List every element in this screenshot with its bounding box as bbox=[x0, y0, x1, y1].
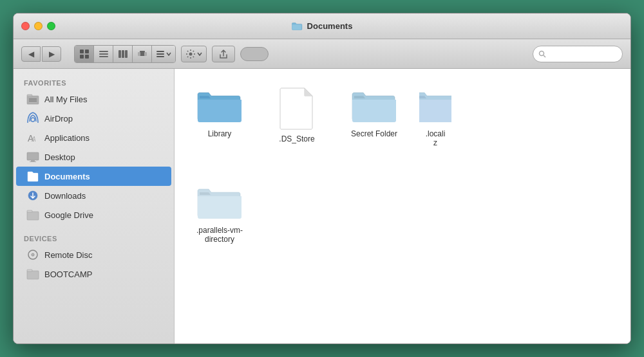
airdrop-label: AirDrop bbox=[44, 114, 73, 124]
applications-icon: A A bbox=[26, 131, 39, 144]
svg-text:A: A bbox=[31, 136, 36, 143]
view-options-button[interactable] bbox=[152, 46, 175, 62]
google-drive-label: Google Drive bbox=[44, 210, 93, 220]
sidebar-item-bootcamp[interactable]: BOOTCAMP bbox=[16, 264, 171, 284]
svg-rect-11 bbox=[138, 52, 140, 56]
all-my-files-label: All My Files bbox=[44, 95, 87, 104]
coverflow-view-button[interactable] bbox=[133, 46, 152, 62]
toggle-button[interactable] bbox=[240, 47, 269, 61]
svg-rect-19 bbox=[27, 96, 39, 104]
svg-rect-2 bbox=[80, 55, 84, 59]
toolbar: ◀ ▶ bbox=[14, 39, 630, 69]
svg-point-34 bbox=[32, 254, 33, 255]
svg-rect-20 bbox=[27, 95, 32, 96]
title-folder-icon bbox=[292, 21, 303, 32]
parallels-name: .parallels-vm-directory bbox=[193, 226, 247, 244]
view-controls bbox=[74, 45, 176, 63]
close-button[interactable] bbox=[21, 22, 30, 30]
folder-parallels-icon bbox=[196, 183, 243, 222]
finder-window: Documents ◀ ▶ bbox=[13, 13, 631, 344]
main-area: FAVORITES All My Files bbox=[14, 69, 630, 343]
svg-rect-13 bbox=[156, 51, 164, 52]
columns-icon bbox=[118, 49, 128, 59]
remote-disc-label: Remote Disc bbox=[44, 250, 92, 260]
list-view-button[interactable] bbox=[94, 46, 113, 62]
svg-rect-9 bbox=[125, 50, 128, 58]
maximize-button[interactable] bbox=[47, 22, 55, 30]
svg-rect-30 bbox=[27, 212, 39, 220]
svg-rect-3 bbox=[85, 55, 89, 59]
svg-rect-5 bbox=[99, 53, 108, 55]
svg-rect-8 bbox=[122, 50, 124, 58]
svg-rect-26 bbox=[27, 152, 39, 160]
svg-rect-10 bbox=[140, 51, 145, 56]
svg-rect-12 bbox=[144, 52, 147, 56]
svg-line-18 bbox=[544, 55, 545, 57]
svg-rect-31 bbox=[27, 210, 32, 212]
file-item-ds-store[interactable]: .DS_Store bbox=[265, 82, 329, 152]
file-item-secret-folder[interactable]: Secret Folder bbox=[342, 82, 406, 152]
sidebar-item-documents[interactable]: Documents bbox=[16, 167, 171, 186]
downloads-icon bbox=[26, 189, 39, 202]
svg-rect-14 bbox=[156, 53, 164, 55]
svg-rect-0 bbox=[80, 50, 84, 53]
column-view-button[interactable] bbox=[113, 46, 133, 62]
svg-rect-15 bbox=[156, 56, 164, 57]
svg-point-23 bbox=[31, 118, 35, 122]
svg-rect-36 bbox=[27, 270, 32, 271]
sidebar-item-remote-disc[interactable]: Remote Disc bbox=[16, 245, 171, 264]
titlebar: Documents bbox=[14, 14, 630, 39]
folder-localiz-icon bbox=[419, 87, 451, 125]
sidebar-item-downloads[interactable]: Downloads bbox=[16, 186, 171, 205]
all-my-files-icon bbox=[26, 93, 39, 105]
window-title-area: Documents bbox=[292, 21, 353, 32]
svg-rect-28 bbox=[30, 161, 36, 162]
ds-store-name: .DS_Store bbox=[279, 134, 314, 143]
svg-rect-1 bbox=[85, 50, 89, 53]
svg-rect-4 bbox=[99, 51, 108, 52]
applications-label: Applications bbox=[44, 133, 90, 143]
share-button[interactable] bbox=[212, 46, 235, 62]
minimize-button[interactable] bbox=[34, 22, 43, 30]
sidebar-item-desktop[interactable]: Desktop bbox=[16, 147, 171, 167]
folder-library-icon bbox=[196, 87, 243, 125]
sidebar-item-applications[interactable]: A A Applications bbox=[16, 128, 171, 147]
file-area: Library .DS_Store Secret Fo bbox=[175, 69, 630, 343]
sidebar: FAVORITES All My Files bbox=[14, 69, 175, 343]
google-drive-icon bbox=[26, 208, 39, 221]
svg-rect-35 bbox=[27, 271, 39, 279]
file-ds-store-icon bbox=[279, 87, 315, 131]
back-button[interactable]: ◀ bbox=[21, 46, 41, 62]
library-name: Library bbox=[208, 129, 232, 138]
forward-button[interactable]: ▶ bbox=[42, 46, 61, 62]
documents-icon bbox=[26, 170, 39, 183]
devices-header: DEVICES bbox=[14, 230, 174, 245]
svg-point-16 bbox=[189, 52, 193, 55]
file-item-localiz[interactable]: .localiz bbox=[419, 82, 451, 152]
bootcamp-icon bbox=[26, 268, 39, 280]
search-icon bbox=[538, 50, 546, 58]
downloads-label: Downloads bbox=[44, 191, 86, 201]
share-icon bbox=[218, 49, 229, 59]
list-icon bbox=[99, 49, 109, 59]
documents-label: Documents bbox=[44, 172, 90, 181]
desktop-label: Desktop bbox=[44, 152, 75, 162]
coverflow-icon bbox=[137, 49, 147, 59]
folder-secret-icon bbox=[351, 87, 397, 125]
gear-dropdown-icon bbox=[197, 51, 202, 57]
nav-buttons: ◀ ▶ bbox=[21, 46, 61, 62]
localiz-name: .localiz bbox=[424, 129, 446, 147]
icon-view-button[interactable] bbox=[75, 46, 94, 62]
desktop-icon bbox=[26, 151, 39, 163]
gear-icon bbox=[185, 49, 196, 59]
secret-folder-name: Secret Folder bbox=[351, 129, 397, 138]
search-box[interactable] bbox=[533, 46, 623, 62]
svg-rect-6 bbox=[99, 56, 108, 57]
grid-icon bbox=[79, 49, 90, 59]
sidebar-item-all-my-files[interactable]: All My Files bbox=[16, 89, 171, 109]
sidebar-item-google-drive[interactable]: Google Drive bbox=[16, 205, 171, 224]
action-button[interactable] bbox=[181, 46, 207, 62]
file-item-library[interactable]: Library bbox=[187, 82, 252, 152]
sidebar-item-airdrop[interactable]: AirDrop bbox=[16, 109, 171, 128]
file-item-parallels[interactable]: .parallels-vm-directory bbox=[187, 178, 252, 249]
